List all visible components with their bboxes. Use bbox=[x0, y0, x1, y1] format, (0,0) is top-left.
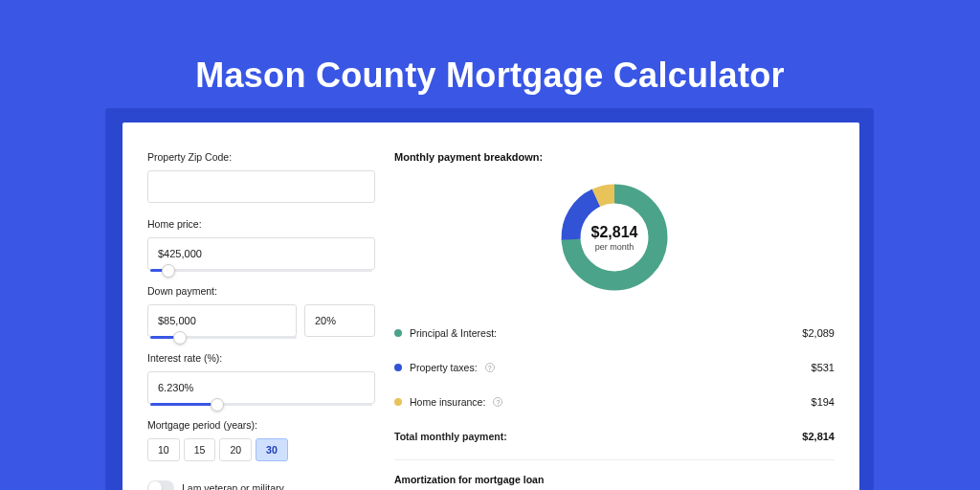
amortization-title: Amortization for mortgage loan bbox=[394, 474, 835, 485]
interest-slider-thumb[interactable] bbox=[211, 398, 224, 412]
veteran-toggle[interactable] bbox=[147, 480, 174, 490]
donut-amount: $2,814 bbox=[591, 224, 638, 241]
home-price-field: Home price: bbox=[147, 218, 375, 270]
toggle-knob bbox=[148, 481, 162, 490]
total-value: $2,814 bbox=[802, 431, 835, 442]
interest-field: Interest rate (%): bbox=[147, 352, 375, 404]
zip-label: Property Zip Code: bbox=[147, 151, 375, 163]
legend-value: $2,089 bbox=[802, 327, 835, 339]
breakdown-title: Monthly payment breakdown: bbox=[394, 151, 835, 163]
legend-label: Property taxes: bbox=[410, 362, 478, 373]
breakdown-column: Monthly payment breakdown: $2,814 per mo… bbox=[394, 151, 835, 490]
home-price-label: Home price: bbox=[147, 218, 375, 230]
period-label: Mortgage period (years): bbox=[147, 419, 375, 431]
period-pill-30[interactable]: 30 bbox=[256, 438, 288, 461]
total-label: Total monthly payment: bbox=[394, 431, 507, 442]
payment-donut-chart: $2,814 per month bbox=[557, 180, 672, 295]
period-pill-20[interactable]: 20 bbox=[219, 438, 252, 461]
down-payment-field: Down payment: bbox=[147, 285, 375, 337]
down-payment-input[interactable] bbox=[147, 304, 297, 337]
green-dot-icon bbox=[394, 329, 402, 337]
home-price-slider-thumb[interactable] bbox=[162, 264, 175, 278]
donut-sub: per month bbox=[595, 242, 635, 252]
interest-input[interactable] bbox=[147, 371, 375, 404]
page-title: Mason County Mortgage Calculator bbox=[0, 56, 980, 96]
blue-dot-icon bbox=[394, 364, 402, 371]
down-payment-label: Down payment: bbox=[147, 285, 375, 297]
legend-value: $531 bbox=[812, 362, 835, 373]
period-pill-15[interactable]: 15 bbox=[184, 438, 216, 461]
veteran-label: I am veteran or military bbox=[182, 482, 284, 490]
home-price-input[interactable] bbox=[147, 237, 375, 270]
down-payment-slider-thumb[interactable] bbox=[173, 331, 187, 345]
legend-label: Principal & Interest: bbox=[410, 327, 497, 339]
down-payment-pct-input[interactable] bbox=[304, 304, 375, 337]
form-column: Property Zip Code: Home price: Down paym… bbox=[147, 151, 375, 490]
yellow-dot-icon bbox=[394, 398, 402, 406]
period-field: Mortgage period (years): 10152030 bbox=[147, 419, 375, 461]
divider bbox=[394, 459, 835, 460]
legend-row: Home insurance:?$194 bbox=[394, 385, 835, 419]
interest-label: Interest rate (%): bbox=[147, 352, 375, 364]
donut-wrap: $2,814 per month bbox=[394, 172, 835, 304]
zip-input[interactable] bbox=[147, 170, 375, 203]
legend-total-row: Total monthly payment:$2,814 bbox=[394, 419, 835, 454]
legend-row: Principal & Interest:$2,089 bbox=[394, 316, 835, 350]
calculator-panel: Property Zip Code: Home price: Down paym… bbox=[122, 122, 859, 490]
veteran-row: I am veteran or military bbox=[147, 480, 375, 490]
period-pill-10[interactable]: 10 bbox=[147, 438, 180, 461]
info-icon[interactable]: ? bbox=[485, 363, 495, 372]
zip-field: Property Zip Code: bbox=[147, 151, 375, 203]
legend-row: Property taxes:?$531 bbox=[394, 350, 835, 385]
interest-slider[interactable] bbox=[150, 403, 372, 406]
home-price-slider[interactable] bbox=[150, 269, 372, 272]
legend: Principal & Interest:$2,089Property taxe… bbox=[394, 316, 835, 454]
info-icon[interactable]: ? bbox=[493, 397, 502, 407]
legend-label: Home insurance: bbox=[410, 396, 485, 408]
period-pill-group: 10152030 bbox=[147, 438, 375, 461]
down-payment-slider[interactable] bbox=[150, 336, 297, 339]
legend-value: $194 bbox=[812, 396, 835, 408]
donut-center: $2,814 per month bbox=[557, 180, 672, 295]
